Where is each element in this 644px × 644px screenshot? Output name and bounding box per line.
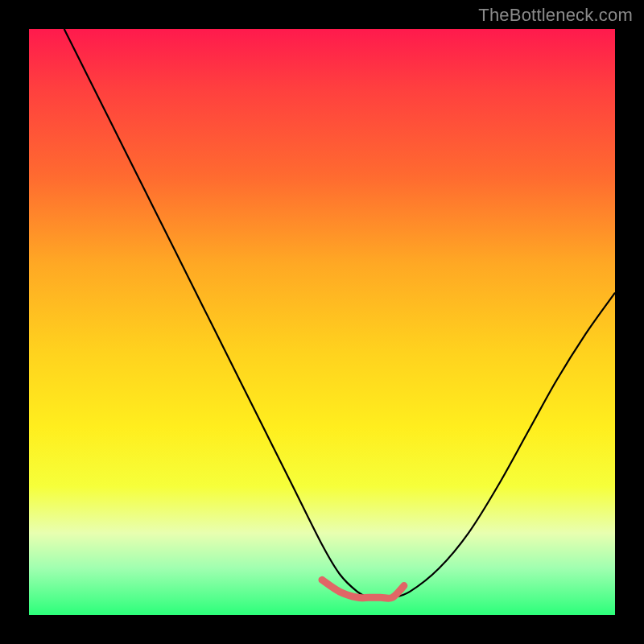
bottleneck-curve-line bbox=[64, 29, 615, 598]
watermark-text: TheBottleneck.com bbox=[478, 5, 633, 26]
plot-area bbox=[29, 29, 615, 615]
optimal-band-line bbox=[322, 580, 404, 598]
curve-layer bbox=[29, 29, 615, 615]
chart-frame: TheBottleneck.com bbox=[0, 0, 644, 644]
